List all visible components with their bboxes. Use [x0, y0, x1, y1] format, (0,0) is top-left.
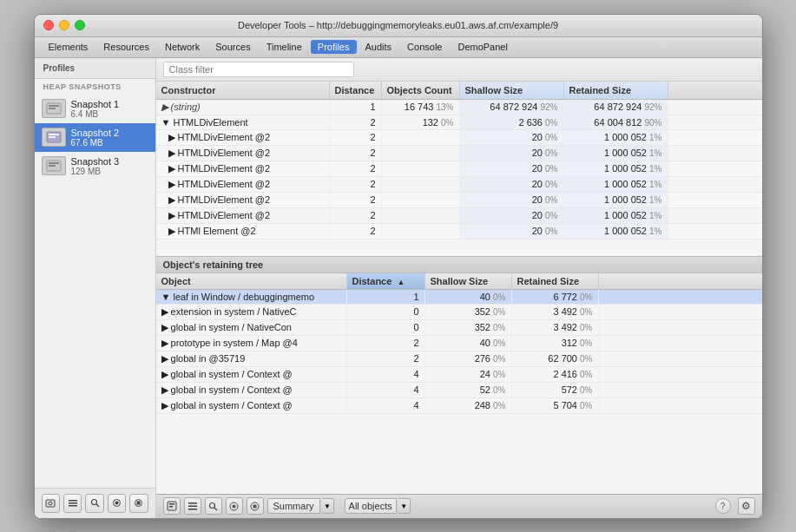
- rtd-shallow-size: 248 0%: [425, 398, 512, 413]
- minimize-button[interactable]: [59, 20, 69, 30]
- th-shallow-size[interactable]: Shallow Size: [460, 82, 564, 99]
- retaining-row[interactable]: ▶ global in system / Context @ 4 248 0% …: [156, 398, 762, 414]
- snapshot1-label: Snapshot 1: [71, 99, 120, 109]
- table-row[interactable]: ▶ HTMLDivElement @2 2 20 0% 1 000 052 1%: [156, 193, 762, 208]
- menu-network[interactable]: Network: [158, 40, 207, 54]
- rth-object[interactable]: Object: [156, 273, 347, 289]
- table-row[interactable]: ▶ (string) 1 16 743 13% 64 872 924 92% 6…: [156, 100, 762, 115]
- svg-rect-5: [49, 136, 56, 138]
- settings-button[interactable]: ⚙: [738, 497, 755, 515]
- td-objects-count: 132 0%: [382, 115, 460, 129]
- td-retained-size: 64 004 812 90%: [564, 115, 668, 129]
- sidebar-bottom: [35, 488, 155, 518]
- table-row[interactable]: ▶ HTMLDivElement @2 2 20 0% 1 000 052 1%: [156, 208, 762, 224]
- th-objects-count[interactable]: Objects Count: [382, 82, 460, 99]
- td-constructor: ▼ HTMLDivElement: [156, 115, 330, 129]
- svg-rect-19: [137, 502, 141, 505]
- svg-rect-1: [49, 105, 59, 107]
- search-toggle-button[interactable]: [205, 497, 222, 515]
- title-bar: Developer Tools – http://debuggingmemory…: [35, 15, 762, 37]
- table-row[interactable]: ▶ HTMLDivElement @2 2 20 0% 1 000 052 1%: [156, 130, 762, 146]
- summary-dropdown-arrow[interactable]: ▼: [322, 498, 334, 514]
- rtd-shallow-size: 24 0%: [425, 367, 512, 382]
- td-retained-size: 1 000 052 1%: [564, 130, 668, 145]
- menu-sources[interactable]: Sources: [208, 40, 257, 54]
- td-shallow-size: 20 0%: [460, 146, 564, 161]
- menu-profiles[interactable]: Profiles: [311, 40, 357, 54]
- svg-rect-21: [169, 503, 174, 505]
- td-distance: 2: [330, 146, 382, 161]
- td-objects-count: 16 743 13%: [382, 100, 460, 115]
- help-button[interactable]: ?: [715, 498, 731, 514]
- td-constructor: ▶ HTMLDivElement @2: [156, 146, 330, 161]
- rtd-distance: 0: [347, 305, 425, 319]
- record-alloc-button[interactable]: [226, 497, 243, 515]
- list-view-button[interactable]: [63, 494, 82, 513]
- table-row[interactable]: ▶ HTMLDivElement @2 2 20 0% 1 000 052 1%: [156, 161, 762, 177]
- snapshot3-label: Snapshot 3: [71, 156, 120, 167]
- td-objects-count: [382, 161, 460, 176]
- objects-select-container: All objects ▼: [341, 498, 411, 514]
- menu-timeline[interactable]: Timeline: [260, 40, 309, 54]
- td-distance: 2: [330, 130, 382, 145]
- window-title: Developer Tools – http://debuggingmemory…: [238, 20, 558, 30]
- retaining-row[interactable]: ▶ extension in system / NativeC 0 352 0%…: [156, 305, 762, 320]
- bottom-bar: Summary ▼ All objects ▼ ? ⚙: [156, 494, 762, 518]
- menu-console[interactable]: Console: [400, 40, 449, 54]
- stop-button[interactable]: [129, 494, 148, 513]
- menu-elements[interactable]: Elements: [42, 40, 95, 54]
- objects-dropdown-arrow[interactable]: ▼: [398, 498, 411, 514]
- rth-shallow-size[interactable]: Shallow Size: [425, 273, 512, 289]
- svg-line-15: [96, 504, 99, 507]
- sidebar-item-snapshot3[interactable]: Snapshot 3 129 MB: [35, 152, 155, 181]
- menu-demopanel[interactable]: DemoPanel: [451, 40, 514, 54]
- summary-label[interactable]: Summary: [267, 498, 320, 514]
- close-button[interactable]: [43, 20, 54, 30]
- retaining-row[interactable]: ▶ global in system / Context @ 4 24 0% 2…: [156, 367, 762, 383]
- devtools-window: Developer Tools – http://debuggingmemory…: [34, 14, 763, 519]
- rtd-distance: 4: [347, 398, 425, 413]
- rtd-object: ▶ global in system / Context @: [156, 367, 347, 382]
- sidebar: Profiles HEAP SNAPSHOTS Snapshot 1 6.4 M…: [35, 58, 156, 518]
- snapshot3-icon: [42, 156, 66, 175]
- class-filter-input[interactable]: [163, 62, 354, 77]
- take-snapshot-button[interactable]: [42, 494, 60, 513]
- th-retained-size[interactable]: Retained Size: [564, 82, 668, 99]
- rtd-retained-size: 3 492 0%: [512, 320, 599, 335]
- rtd-retained-size: 62 700 0%: [512, 351, 599, 366]
- td-retained-size: 1 000 052 1%: [564, 224, 668, 239]
- objects-label[interactable]: All objects: [345, 498, 397, 514]
- td-shallow-size: 2 636 0%: [460, 115, 564, 129]
- svg-rect-12: [69, 502, 77, 504]
- sidebar-item-snapshot1[interactable]: Snapshot 1 6.4 MB: [35, 95, 155, 123]
- record-button[interactable]: [108, 494, 126, 513]
- th-distance[interactable]: Distance: [330, 82, 382, 99]
- rtd-shallow-size: 352 0%: [425, 320, 512, 335]
- menu-resources[interactable]: Resources: [96, 40, 156, 54]
- menu-audits[interactable]: Audits: [359, 40, 399, 54]
- retaining-table-body: ▼ leaf in Window / debuggingmemo 1 40 0%…: [156, 290, 762, 494]
- svg-rect-9: [46, 500, 55, 507]
- stack-trace-button[interactable]: [163, 497, 181, 515]
- maximize-button[interactable]: [75, 20, 85, 30]
- search-button[interactable]: [85, 494, 103, 513]
- sidebar-item-snapshot2[interactable]: Snapshot 2 67.6 MB: [35, 123, 155, 152]
- td-distance: 1: [330, 100, 382, 115]
- table-row[interactable]: ▶ HTMLDivElement @2 2 20 0% 1 000 052 1%: [156, 146, 762, 161]
- retaining-row[interactable]: ▼ leaf in Window / debuggingmemo 1 40 0%…: [156, 290, 762, 305]
- retaining-row[interactable]: ▶ global in system / Context @ 4 52 0% 5…: [156, 383, 762, 398]
- retaining-row[interactable]: ▶ prototype in system / Map @4 2 40 0% 3…: [156, 336, 762, 351]
- table-row[interactable]: ▶ HTMLDivElement @2 2 20 0% 1 000 052 1%: [156, 177, 762, 193]
- retaining-row[interactable]: ▶ global in system / NativeCon 0 352 0% …: [156, 320, 762, 336]
- stop-alloc-button[interactable]: [247, 497, 264, 515]
- rtd-distance: 4: [347, 367, 425, 382]
- table-row[interactable]: ▶ HTMl Element @2 2 20 0% 1 000 052 1%: [156, 224, 762, 240]
- td-retained-size: 1 000 052 1%: [564, 193, 668, 207]
- svg-rect-13: [69, 505, 77, 507]
- rth-distance[interactable]: Distance ▲: [347, 273, 425, 289]
- list-toggle-button[interactable]: [184, 497, 201, 515]
- retaining-row[interactable]: ▶ global in @35719 2 276 0% 62 700 0%: [156, 351, 762, 367]
- table-row[interactable]: ▼ HTMLDivElement 2 132 0% 2 636 0% 64 00…: [156, 115, 762, 130]
- rtd-shallow-size: 40 0%: [425, 336, 512, 351]
- rth-retained-size[interactable]: Retained Size: [512, 273, 599, 289]
